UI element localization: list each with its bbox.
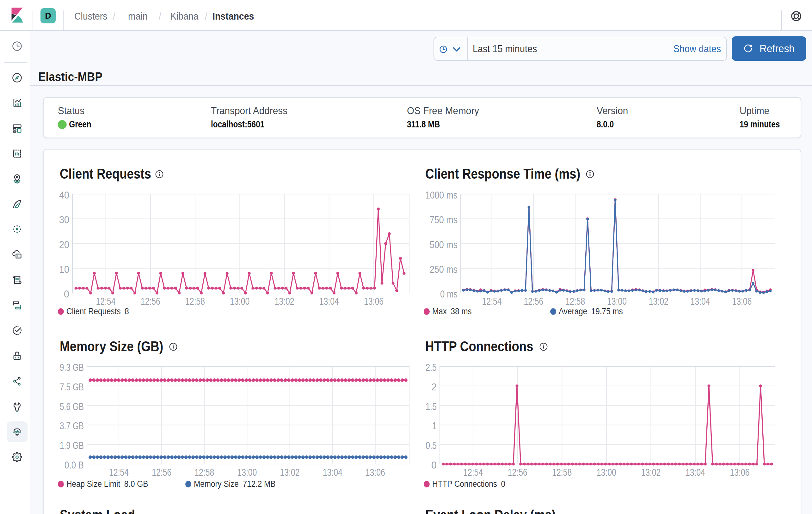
svg-text:0 ms: 0 ms <box>440 288 458 300</box>
svg-text:12:54: 12:54 <box>482 296 502 307</box>
svg-text:12:54: 12:54 <box>96 296 116 307</box>
svg-text:9.3 GB: 9.3 GB <box>60 362 84 373</box>
svg-text:12:58: 12:58 <box>566 296 585 307</box>
svg-text:13:06: 13:06 <box>364 296 383 307</box>
svg-text:0.0 B: 0.0 B <box>64 459 84 471</box>
svg-text:0.5: 0.5 <box>426 440 437 451</box>
svg-text:12:56: 12:56 <box>152 466 171 478</box>
svg-text:40: 40 <box>59 189 69 201</box>
svg-text:13:02: 13:02 <box>280 466 300 478</box>
svg-text:12:58: 12:58 <box>185 296 205 307</box>
svg-text:2.5: 2.5 <box>426 362 437 373</box>
svg-text:2: 2 <box>431 381 437 393</box>
svg-text:12:54: 12:54 <box>463 466 483 478</box>
svg-text:0: 0 <box>431 459 437 471</box>
svg-text:13:00: 13:00 <box>597 466 616 478</box>
svg-text:3.7 GB: 3.7 GB <box>60 420 84 431</box>
svg-text:13:06: 13:06 <box>366 466 385 478</box>
svg-text:750 ms: 750 ms <box>430 214 458 225</box>
svg-text:13:00: 13:00 <box>230 296 250 307</box>
svg-text:20: 20 <box>59 239 69 250</box>
svg-text:13:06: 13:06 <box>730 466 750 478</box>
svg-text:13:02: 13:02 <box>275 296 294 307</box>
svg-text:13:02: 13:02 <box>649 296 668 307</box>
svg-text:13:04: 13:04 <box>323 466 343 478</box>
svg-text:12:58: 12:58 <box>552 466 572 478</box>
svg-text:500 ms: 500 ms <box>430 239 458 250</box>
svg-text:13:04: 13:04 <box>691 296 710 307</box>
svg-text:13:04: 13:04 <box>686 466 705 478</box>
svg-text:12:58: 12:58 <box>195 466 214 478</box>
svg-text:13:04: 13:04 <box>319 296 339 307</box>
svg-text:1.5: 1.5 <box>426 401 437 412</box>
svg-text:250 ms: 250 ms <box>430 264 458 275</box>
svg-text:7.5 GB: 7.5 GB <box>60 381 84 393</box>
svg-text:12:56: 12:56 <box>524 296 543 307</box>
svg-text:12:56: 12:56 <box>141 296 160 307</box>
svg-text:13:00: 13:00 <box>237 466 257 478</box>
svg-text:13:02: 13:02 <box>641 466 661 478</box>
svg-text:1000 ms: 1000 ms <box>425 189 458 201</box>
svg-text:12:54: 12:54 <box>109 466 129 478</box>
svg-text:0: 0 <box>64 288 69 300</box>
svg-text:13:06: 13:06 <box>732 296 752 307</box>
svg-text:1: 1 <box>432 420 437 431</box>
svg-text:5.6 GB: 5.6 GB <box>60 401 84 412</box>
svg-text:30: 30 <box>59 214 69 225</box>
svg-text:13:00: 13:00 <box>607 296 627 307</box>
svg-text:1.9 GB: 1.9 GB <box>60 440 84 451</box>
svg-text:12:56: 12:56 <box>508 466 527 478</box>
svg-text:10: 10 <box>59 264 69 275</box>
